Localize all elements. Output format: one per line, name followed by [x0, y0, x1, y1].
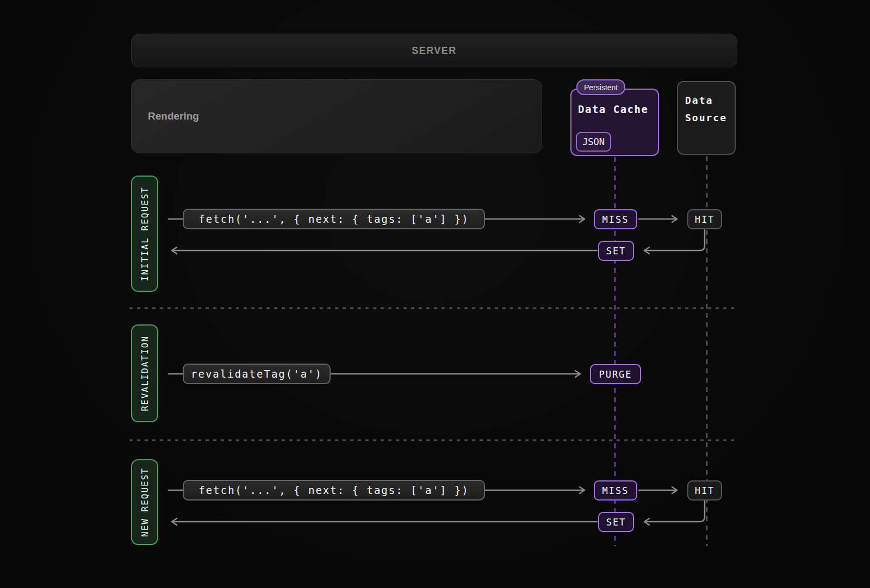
diagram-canvas: SERVER Rendering Persistent Data Cache J… — [0, 0, 870, 588]
rendering-lane: Rendering — [131, 79, 542, 153]
s1-source-hit-badge: HIT — [687, 209, 722, 229]
persistent-badge: Persistent — [576, 79, 625, 95]
data-source-line1: Data — [685, 92, 735, 109]
section-label-new-request: NEW REQUEST — [131, 459, 158, 545]
section-label-revalidation: REVALIDATION — [131, 324, 158, 422]
section-label-text: NEW REQUEST — [140, 467, 150, 537]
s1-cache-set-badge: SET — [598, 241, 634, 261]
json-chip: JSON — [576, 132, 611, 152]
s3-cache-miss-badge: MISS — [594, 480, 637, 501]
s3-source-to-set-arrow — [644, 501, 705, 522]
s1-fetch-code-box: fetch('...', { next: { tags: ['a'] }) — [183, 209, 485, 229]
s2-cache-purge-badge: PURGE — [590, 364, 641, 384]
data-source-line2: Source — [685, 109, 735, 127]
s1-cache-miss-badge: MISS — [594, 209, 637, 229]
server-lane-header: SERVER — [131, 34, 737, 67]
data-cache-title: Data Cache — [578, 103, 648, 115]
data-source-box: Data Source — [677, 81, 736, 155]
s3-fetch-code-box: fetch('...', { next: { tags: ['a'] }) — [183, 480, 485, 501]
s3-cache-set-badge: SET — [598, 512, 634, 532]
section-label-text: REVALIDATION — [140, 335, 150, 411]
s3-source-hit-badge: HIT — [687, 480, 722, 501]
rendering-label: Rendering — [148, 110, 199, 122]
s1-source-to-set-arrow — [644, 230, 705, 251]
section-label-initial-request: INITIAL REQUEST — [131, 176, 158, 292]
section-label-text: INITIAL REQUEST — [140, 186, 150, 282]
s2-revalidate-code-box: revalidateTag('a') — [183, 364, 331, 384]
